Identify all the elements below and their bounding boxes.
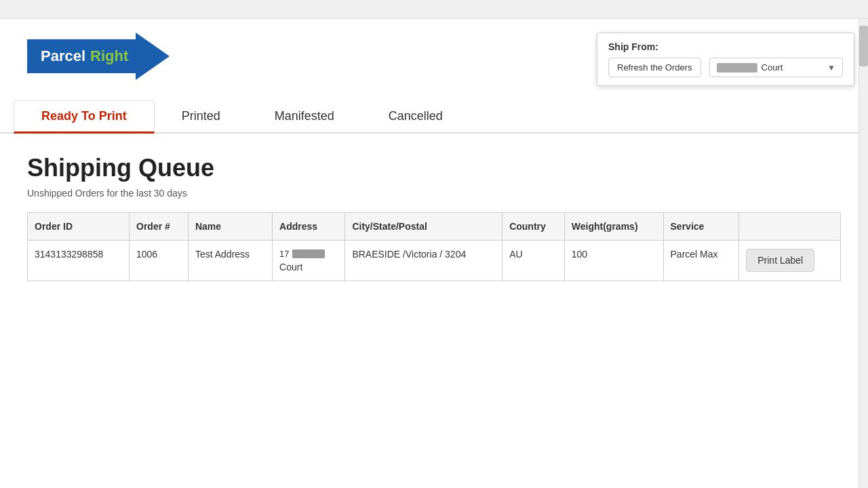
cell-address: 17 Court — [273, 241, 345, 281]
cell-action: Print Label — [739, 241, 841, 281]
tab-ready-to-print[interactable]: Ready To Print — [14, 100, 155, 134]
refresh-orders-button[interactable]: Refresh the Orders — [608, 58, 701, 77]
cell-city-state-postal: BRAESIDE /Victoria / 3204 — [345, 241, 502, 281]
col-order-id: Order ID — [28, 213, 130, 241]
ship-from-label: Ship From: — [608, 41, 843, 52]
tab-printed[interactable]: Printed — [155, 100, 248, 132]
col-country: Country — [502, 213, 565, 241]
col-action — [739, 213, 841, 241]
col-order-number: Order # — [130, 213, 189, 241]
address-redacted-img — [292, 249, 325, 258]
cell-order-number: 1006 — [130, 241, 189, 281]
tab-cancelled[interactable]: Cancelled — [361, 100, 470, 132]
ship-from-dropdown[interactable]: Court ▼ — [709, 58, 843, 77]
table-row: 3143133298858 1006 Test Address 17 Court — [28, 241, 841, 281]
address-line2: Court — [279, 262, 338, 272]
logo: Parcel Right — [27, 33, 176, 80]
cell-service: Parcel Max — [663, 241, 739, 281]
col-weight: Weight(grams) — [564, 213, 663, 241]
scrollbar-thumb[interactable] — [859, 26, 868, 66]
svg-text:Parcel: Parcel — [41, 47, 85, 64]
tab-manifested[interactable]: Manifested — [248, 100, 361, 132]
col-address: Address — [273, 213, 345, 241]
table-body: 3143133298858 1006 Test Address 17 Court — [28, 241, 841, 281]
address-redacted-block — [717, 63, 757, 73]
main-content: Shipping Queue Unshipped Orders for the … — [0, 134, 868, 302]
cell-country: AU — [502, 241, 565, 281]
tabs-container: Ready To Print Printed Manifested Cancel… — [0, 100, 868, 134]
ship-from-court-text: Court — [762, 62, 783, 73]
top-bar — [0, 0, 868, 19]
cell-weight: 100 — [564, 241, 663, 281]
ship-from-value: Court — [717, 62, 783, 73]
print-label-button[interactable]: Print Label — [746, 249, 814, 272]
table-header: Order ID Order # Name Address City/State… — [28, 213, 841, 241]
cell-name: Test Address — [188, 241, 272, 281]
address-cell: 17 Court — [279, 249, 338, 272]
header: Parcel Right Ship From: Refresh the Orde… — [0, 19, 868, 94]
page-title: Shipping Queue — [27, 154, 841, 182]
cell-order-id: 3143133298858 — [28, 241, 130, 281]
col-city-state-postal: City/State/Postal — [345, 213, 502, 241]
col-service: Service — [663, 213, 739, 241]
chevron-down-icon: ▼ — [827, 63, 835, 73]
orders-table: Order ID Order # Name Address City/State… — [27, 212, 841, 281]
scrollbar[interactable] — [859, 19, 868, 488]
svg-text:Right: Right — [90, 47, 129, 64]
col-name: Name — [188, 213, 272, 241]
logo-svg: Parcel Right — [27, 33, 176, 80]
ship-from-panel: Ship From: Refresh the Orders Court ▼ — [597, 33, 854, 86]
address-number-hint: 17 — [279, 249, 289, 259]
page-subtitle: Unshipped Orders for the last 30 days — [27, 188, 841, 199]
